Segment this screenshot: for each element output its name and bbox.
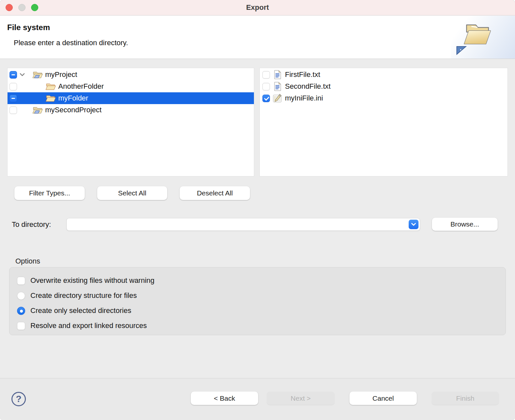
- tree-item-label: AnotherFolder: [58, 82, 104, 91]
- overwrite-checkbox[interactable]: [17, 277, 25, 285]
- tree-item-label: mySecondProject: [45, 106, 101, 114]
- create-selected-radio[interactable]: [17, 307, 25, 315]
- checkbox-myFolder[interactable]: [9, 95, 17, 102]
- create-structure-radio[interactable]: [17, 292, 25, 300]
- back-button[interactable]: < Back: [191, 392, 258, 405]
- tree-row-AnotherFolder[interactable]: AnotherFolder: [8, 81, 254, 92]
- file-list-pane: FirstFile.txt SecondFile.txt myIniFile.i…: [259, 68, 508, 176]
- option-label: Overwrite existing files without warning: [30, 276, 154, 285]
- filter-types-button[interactable]: Filter Types...: [14, 186, 85, 200]
- checkbox-AnotherFolder[interactable]: [9, 83, 17, 90]
- option-overwrite[interactable]: Overwrite existing files without warning: [17, 276, 154, 285]
- text-file-icon: [273, 70, 282, 80]
- options-group-label: Options: [15, 257, 40, 265]
- deselect-all-button[interactable]: Deselect All: [180, 186, 250, 200]
- option-create-structure[interactable]: Create directory structure for files: [17, 291, 137, 301]
- destination-input[interactable]: [70, 219, 404, 229]
- checkbox-mySecondProject[interactable]: [9, 106, 17, 114]
- expander-slot[interactable]: [17, 73, 32, 77]
- checkbox-FirstFile[interactable]: [262, 71, 270, 79]
- cancel-button[interactable]: Cancel: [349, 392, 417, 405]
- combo-dropdown-button[interactable]: [409, 220, 418, 229]
- window-title: Export: [246, 3, 269, 12]
- header-message: Please enter a destination directory.: [14, 39, 128, 47]
- checkbox-myIniFile[interactable]: [262, 95, 270, 102]
- tree-row-myProject[interactable]: myProject: [8, 69, 254, 81]
- finish-button: Finish: [432, 392, 499, 405]
- select-all-button[interactable]: Select All: [97, 186, 167, 200]
- checkbox-myProject[interactable]: [9, 71, 17, 79]
- wizard-banner: [451, 16, 515, 59]
- checkbox-SecondFile[interactable]: [262, 83, 270, 90]
- option-label: Resolve and export linked resources: [30, 321, 147, 330]
- next-button: Next >: [267, 392, 335, 405]
- zoom-button[interactable]: [31, 4, 38, 11]
- close-button[interactable]: [6, 4, 13, 11]
- minimize-button: [18, 4, 26, 11]
- tree-item-label: myFolder: [58, 94, 88, 102]
- export-dialog: Export File system Please enter a destin…: [0, 0, 515, 420]
- help-button[interactable]: ?: [11, 392, 26, 406]
- project-folder-icon: [32, 70, 43, 80]
- file-row-SecondFile[interactable]: SecondFile.txt: [260, 81, 507, 92]
- folder-icon: [45, 93, 56, 103]
- file-item-label: myIniFile.ini: [285, 94, 323, 102]
- source-tree-pane: myProject AnotherFolder myFolder: [7, 68, 254, 176]
- chevron-down-icon: [411, 223, 416, 226]
- chevron-down-icon: [19, 73, 25, 77]
- page-title: File system: [7, 23, 50, 32]
- file-row-FirstFile[interactable]: FirstFile.txt: [260, 69, 507, 81]
- text-file-icon: [273, 82, 282, 91]
- option-create-selected[interactable]: Create only selected directories: [17, 306, 131, 316]
- file-item-label: SecondFile.txt: [285, 82, 330, 91]
- wizard-header: File system Please enter a destination d…: [0, 16, 515, 59]
- options-group: Overwrite existing files without warning…: [9, 267, 506, 335]
- tree-item-label: myProject: [45, 70, 77, 79]
- option-label: Create only selected directories: [30, 306, 131, 315]
- folder-icon: [45, 82, 56, 91]
- file-item-label: FirstFile.txt: [285, 70, 320, 79]
- project-folder-icon: [32, 105, 43, 115]
- to-directory-label: To directory:: [12, 220, 51, 229]
- browse-button[interactable]: Browse...: [432, 218, 498, 231]
- resolve-linked-checkbox[interactable]: [17, 322, 25, 330]
- open-folder-export-icon: [453, 18, 512, 57]
- file-row-myIniFile[interactable]: myIniFile.ini: [260, 92, 507, 104]
- ini-file-icon: [273, 93, 282, 103]
- option-resolve-linked[interactable]: Resolve and export linked resources: [17, 321, 147, 331]
- option-label: Create directory structure for files: [30, 291, 137, 300]
- title-bar: Export: [0, 0, 515, 15]
- tree-row-myFolder[interactable]: myFolder: [8, 92, 254, 104]
- traffic-lights: [6, 4, 38, 11]
- destination-combo[interactable]: [66, 218, 420, 231]
- tree-row-mySecondProject[interactable]: mySecondProject: [8, 104, 254, 116]
